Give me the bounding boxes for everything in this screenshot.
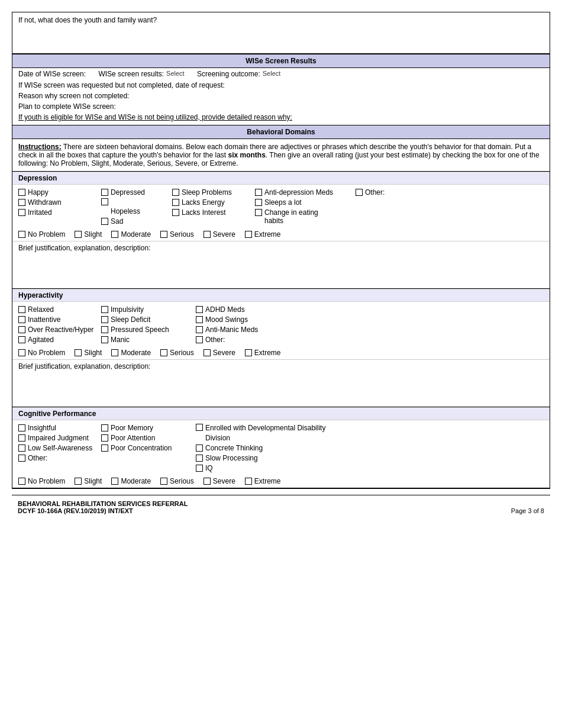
depression-col2: Depressed Hopeless Sad [101, 188, 172, 226]
checkbox-lacks-interest[interactable] [172, 209, 179, 216]
depression-header: Depression [12, 172, 550, 185]
checkbox-change-eating[interactable] [255, 209, 262, 216]
checkbox-poor-attention[interactable] [101, 434, 108, 442]
checkbox-sad[interactable] [101, 218, 108, 225]
depression-other: Other: [356, 188, 438, 197]
checkbox-dep-moderate[interactable] [111, 231, 118, 238]
checkbox-insightful[interactable] [18, 424, 25, 431]
behavioral-domains-header: Behavioral Domains [12, 125, 550, 139]
checkbox-cog-severe[interactable] [204, 478, 211, 485]
cog-rating-slight: Slight [75, 477, 102, 485]
date-label: Date of WISe screen: [18, 70, 86, 78]
checkbox-dep-noproblem[interactable] [18, 231, 25, 238]
hyperactivity-header: Hyperactivity [12, 289, 550, 302]
checkbox-cog-other[interactable] [18, 455, 25, 462]
wise-line4: Plan to complete WISe screen: [12, 101, 550, 112]
cog-rating-severe: Severe [204, 477, 235, 485]
checkbox-hyper-moderate[interactable] [111, 349, 118, 356]
checkbox-poor-concentration[interactable] [101, 444, 108, 452]
hyper-rating-severe: Severe [204, 349, 235, 357]
depression-happy: Happy [18, 188, 101, 197]
depression-col4: Anti-depression Meds Sleeps a lot Change… [255, 188, 356, 226]
checkbox-dep-serious[interactable] [160, 231, 167, 238]
checkbox-cog-noproblem[interactable] [18, 478, 25, 485]
checkbox-cog-extreme[interactable] [245, 478, 252, 485]
checkbox-agitated[interactable] [18, 336, 25, 343]
checkbox-hyper-other[interactable] [196, 336, 203, 343]
footer-line1: BEHAVIORAL REHABILITATION SERVICES REFER… [18, 500, 188, 507]
cognitive-col3: Enrolled with Developmental Disability D… [196, 424, 338, 472]
checkbox-lacks-energy[interactable] [172, 199, 179, 206]
checkbox-cog-slight[interactable] [75, 478, 82, 485]
depression-sleep: Sleep Problems [172, 188, 255, 197]
checkbox-dep-severe[interactable] [204, 231, 211, 238]
wise-line3: Reason why screen not completed: [12, 91, 550, 101]
results-label: WISe screen results: [98, 70, 164, 78]
checkbox-concrete-thinking[interactable] [196, 444, 203, 452]
checkbox-sleeps-lot[interactable] [255, 199, 262, 206]
checkbox-dep-other[interactable] [356, 189, 363, 196]
checkbox-pressured-speech[interactable] [101, 326, 108, 333]
dep-rating-noproblem: No Problem [18, 230, 65, 239]
checkbox-hyper-severe[interactable] [204, 349, 211, 356]
checkbox-withdrawn[interactable] [18, 199, 25, 206]
checkbox-antidep-meds[interactable] [255, 189, 262, 196]
checkbox-anti-manic[interactable] [196, 326, 203, 333]
checkbox-sleep-deficit[interactable] [101, 316, 108, 323]
checkbox-sleep-problems[interactable] [172, 189, 179, 196]
hyper-rating-slight: Slight [75, 349, 102, 357]
cognitive-ratings: No Problem Slight Moderate Serious Sever… [12, 475, 550, 488]
depression-antidep: Anti-depression Meds [255, 188, 356, 197]
hyper-col3: ADHD Meds Mood Swings Anti-Manic Meds Ot… [196, 305, 279, 344]
checkbox-hyper-noproblem[interactable] [18, 349, 25, 356]
wise-line2: If WISe screen was requested but not com… [12, 80, 550, 91]
outcome-label: Screening outcome: [197, 70, 260, 78]
checkbox-mood-swings[interactable] [196, 316, 203, 323]
instructions-section: Instructions: There are sixteen behavior… [12, 139, 550, 172]
checkbox-poor-memory[interactable] [101, 424, 108, 431]
depression-col1: Happy Withdrawn Irritated [18, 188, 101, 226]
page-footer: BEHAVIORAL REHABILITATION SERVICES REFER… [12, 495, 550, 519]
checkbox-irritated[interactable] [18, 209, 25, 216]
checkbox-over-reactive[interactable] [18, 326, 25, 333]
depression-brief-label: Brief justification, explanation, descri… [18, 244, 544, 252]
depression-interest: Lacks Interest [172, 208, 255, 217]
depression-energy: Lacks Energy [172, 198, 255, 207]
depression-depressed-group: Depressed Hopeless Sad [101, 188, 172, 226]
checkbox-impaired-judgment[interactable] [18, 434, 25, 442]
cog-rating-noproblem: No Problem [18, 477, 65, 485]
cognitive-col2: Poor Memory Poor Attention Poor Concentr… [101, 424, 196, 472]
dep-rating-moderate: Moderate [111, 230, 151, 239]
hyper-col2: Impulsivity Sleep Deficit Pressured Spee… [101, 305, 196, 344]
checkbox-dep-slight[interactable] [75, 231, 82, 238]
checkbox-happy[interactable] [18, 189, 25, 196]
depression-ratings: No Problem Slight Moderate Serious Sever… [12, 228, 550, 241]
footer-page-info: Page 3 of 8 [511, 507, 544, 514]
checkbox-low-self-awareness[interactable] [18, 444, 25, 452]
checkbox-relaxed[interactable] [18, 306, 25, 313]
results-select[interactable]: Select [166, 70, 185, 78]
checkbox-hyper-serious[interactable] [160, 349, 167, 356]
checkbox-adhd-meds[interactable] [196, 306, 203, 313]
checkbox-iq[interactable] [196, 465, 203, 472]
page-container: If not, what does the youth and family w… [12, 12, 550, 489]
checkbox-hopeless[interactable] [101, 198, 108, 205]
dep-rating-severe: Severe [204, 230, 235, 239]
checkbox-impulsivity[interactable] [101, 306, 108, 313]
checkbox-cog-serious[interactable] [160, 478, 167, 485]
hyper-brief-label: Brief justification, explanation, descri… [18, 362, 544, 371]
checkbox-dev-disability[interactable] [196, 424, 203, 431]
checkbox-slow-processing[interactable] [196, 455, 203, 462]
checkbox-cog-moderate[interactable] [111, 478, 118, 485]
checkbox-hyper-slight[interactable] [75, 349, 82, 356]
checkbox-inattentive[interactable] [18, 316, 25, 323]
checkbox-hyper-extreme[interactable] [245, 349, 252, 356]
cognitive-header: Cognitive Performance [12, 407, 550, 420]
checkbox-manic[interactable] [101, 336, 108, 343]
footer-line2: DCYF 10-166A (REV.10/2019) INT/EXT [18, 507, 188, 514]
checkbox-depressed[interactable] [101, 189, 108, 196]
cognitive-checkboxes: Insightful Impaired Judgment Low Self-Aw… [12, 420, 550, 475]
checkbox-dep-extreme[interactable] [245, 231, 252, 238]
outcome-select[interactable]: Select [263, 70, 281, 78]
depression-withdrawn: Withdrawn [18, 198, 101, 207]
